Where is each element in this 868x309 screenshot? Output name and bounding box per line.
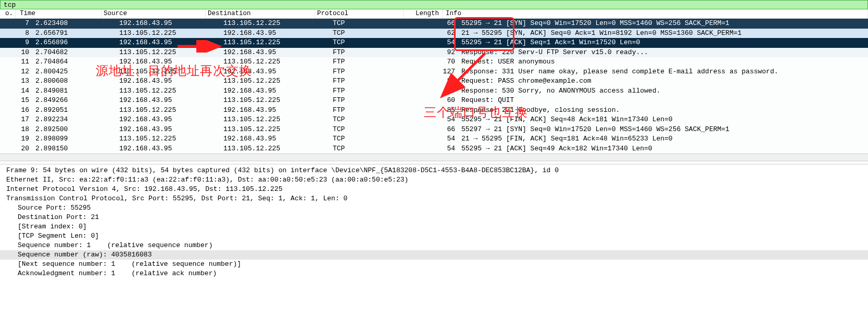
cell-source: 113.105.12.225	[117, 134, 221, 144]
detail-dst-port[interactable]: Destination Port: 21	[0, 213, 868, 222]
cell-mark	[0, 115, 16, 125]
table-row[interactable]: 172.892234192.168.43.95113.105.12.225TCP…	[0, 115, 868, 125]
cell-proto: TCP	[331, 144, 419, 154]
cell-mark	[0, 29, 16, 38]
detail-src-port[interactable]: Source Port: 55295	[0, 203, 868, 213]
cell-time: 2.849266	[31, 96, 117, 106]
cell-dest: 113.105.12.225	[221, 96, 331, 106]
cell-no: 20	[16, 144, 31, 154]
cell-mark	[0, 76, 16, 86]
display-filter-input[interactable]: tcp	[0, 0, 868, 9]
detail-seq[interactable]: Sequence number: 1 (relative sequence nu…	[0, 241, 868, 250]
cell-info: Response: 221 Goodbye, closing session.	[458, 106, 868, 115]
table-row[interactable]: 132.800608192.168.43.95113.105.12.225FTP…	[0, 76, 868, 86]
cell-no: 12	[16, 67, 31, 77]
cell-time: 2.892500	[31, 125, 117, 135]
col-time[interactable]: Time	[16, 9, 102, 18]
table-row[interactable]: 152.849266192.168.43.95113.105.12.225FTP…	[0, 96, 868, 106]
cell-info: 21 → 55295 [FIN, ACK] Seq=181 Ack=48 Win…	[458, 134, 868, 144]
cell-len: 60	[419, 96, 458, 106]
cell-len: 70	[419, 57, 458, 67]
cell-proto: TCP	[331, 38, 419, 48]
packet-list[interactable]: 72.623408192.168.43.95113.105.12.225TCP6…	[0, 19, 868, 153]
cell-dest: 113.105.12.225	[221, 76, 331, 86]
cell-proto: TCP	[331, 19, 419, 29]
cell-mark	[0, 48, 16, 58]
table-row[interactable]: 112.704864192.168.43.95113.105.12.225FTP…	[0, 57, 868, 67]
col-length[interactable]: Length	[404, 9, 443, 18]
detail-tcp[interactable]: Transmission Control Protocol, Src Port:…	[0, 194, 868, 203]
cell-dest: 192.168.43.95	[221, 134, 331, 144]
cell-no: 10	[16, 48, 31, 58]
table-row[interactable]: 72.623408192.168.43.95113.105.12.225TCP6…	[0, 19, 868, 29]
pane-splitter[interactable]	[0, 161, 868, 164]
detail-seg-len[interactable]: [TCP Segment Len: 0]	[0, 231, 868, 241]
col-destination[interactable]: Destination	[206, 9, 315, 18]
table-row[interactable]: 162.892051113.105.12.225192.168.43.95FTP…	[0, 106, 868, 115]
detail-next-seq[interactable]: [Next sequence number: 1 (relative seque…	[0, 260, 868, 269]
cell-info: Request: QUIT	[458, 96, 868, 106]
detail-seq-raw[interactable]: Sequence number (raw): 4035816083	[0, 250, 868, 260]
cell-no: 16	[16, 106, 31, 115]
cell-len: 89	[419, 76, 458, 86]
cell-dest: 113.105.12.225	[221, 38, 331, 48]
cell-time: 2.704682	[31, 48, 117, 58]
cell-source: 192.168.43.95	[117, 115, 221, 125]
cell-time: 2.849081	[31, 86, 117, 96]
cell-source: 113.105.12.225	[117, 106, 221, 115]
col-info[interactable]: Info	[443, 9, 868, 18]
col-protocol[interactable]: Protocol	[315, 9, 404, 18]
cell-dest: 113.105.12.225	[221, 125, 331, 135]
filter-text: tcp	[4, 1, 16, 9]
cell-proto: FTP	[331, 76, 419, 86]
cell-time: 2.656791	[31, 29, 117, 38]
cell-proto: TCP	[331, 115, 419, 125]
table-row[interactable]: 202.898150192.168.43.95113.105.12.225TCP…	[0, 144, 868, 154]
table-row[interactable]: 92.656896192.168.43.95113.105.12.225TCP5…	[0, 38, 868, 48]
cell-source: 113.105.12.225	[117, 48, 221, 58]
cell-no: 14	[16, 86, 31, 96]
cell-no: 9	[16, 38, 31, 48]
detail-ack[interactable]: Acknowledgment number: 1 (relative ack n…	[0, 269, 868, 278]
cell-info: Response: 530 Sorry, no ANONYMOUS access…	[458, 86, 868, 96]
detail-ip[interactable]: Internet Protocol Version 4, Src: 192.16…	[0, 185, 868, 194]
cell-no: 18	[16, 125, 31, 135]
table-row[interactable]: 182.892500192.168.43.95113.105.12.225TCP…	[0, 125, 868, 135]
detail-frame[interactable]: Frame 9: 54 bytes on wire (432 bits), 54…	[0, 166, 868, 175]
detail-stream-index[interactable]: [Stream index: 0]	[0, 222, 868, 231]
horizontal-scrollbar[interactable]	[0, 153, 868, 161]
cell-no: 17	[16, 115, 31, 125]
cell-proto: FTP	[331, 48, 419, 58]
cell-time: 2.898099	[31, 134, 117, 144]
table-row[interactable]: 142.849081113.105.12.225192.168.43.95FTP…	[0, 86, 868, 96]
cell-len: 92	[419, 48, 458, 58]
cell-mark	[0, 106, 16, 115]
cell-len: 54	[419, 134, 458, 144]
cell-info: 21 → 55295 [SYN, ACK] Seq=0 Ack=1 Win=81…	[458, 29, 868, 38]
cell-info: Request: PASS chrome@example.com	[458, 76, 868, 86]
cell-len: 54	[419, 144, 458, 154]
cell-dest: 113.105.12.225	[221, 115, 331, 125]
cell-mark	[0, 57, 16, 67]
cell-info: 55295 → 21 [SYN] Seq=0 Win=17520 Len=0 M…	[458, 19, 868, 29]
cell-len: 66	[419, 125, 458, 135]
table-row[interactable]: 82.656791113.105.12.225192.168.43.95TCP6…	[0, 29, 868, 38]
cell-source: 192.168.43.95	[117, 38, 221, 48]
cell-dest: 113.105.12.225	[221, 57, 331, 67]
cell-source: 192.168.43.95	[117, 57, 221, 67]
cell-mark	[0, 38, 16, 48]
table-row[interactable]: 122.800425113.105.12.225192.168.43.95FTP…	[0, 67, 868, 77]
packet-details-tree[interactable]: Frame 9: 54 bytes on wire (432 bits), 54…	[0, 164, 868, 278]
table-row[interactable]: 102.704682113.105.12.225192.168.43.95FTP…	[0, 48, 868, 58]
cell-no: 11	[16, 57, 31, 67]
cell-info: Response: 331 User name okay, please sen…	[458, 67, 868, 77]
cell-time: 2.892234	[31, 115, 117, 125]
col-no[interactable]: o.	[0, 9, 16, 18]
cell-no: 8	[16, 29, 31, 38]
col-source[interactable]: Source	[102, 9, 206, 18]
detail-ethernet[interactable]: Ethernet II, Src: ea:22:af:f0:11:a3 (ea:…	[0, 175, 868, 185]
cell-info: 55295 → 21 [ACK] Seq=1 Ack=1 Win=17520 L…	[458, 38, 868, 48]
cell-time: 2.623408	[31, 19, 117, 29]
cell-no: 13	[16, 76, 31, 86]
table-row[interactable]: 192.898099113.105.12.225192.168.43.95TCP…	[0, 134, 868, 144]
